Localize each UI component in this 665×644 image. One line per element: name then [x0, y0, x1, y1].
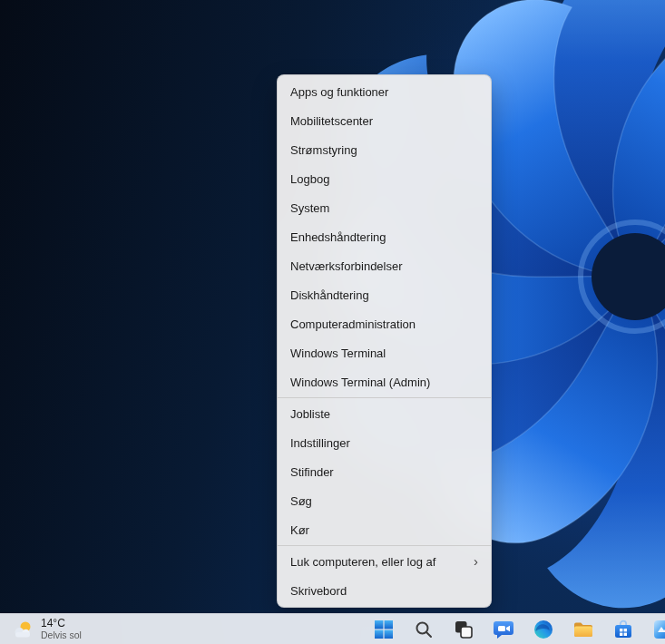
- edge-browser-icon: [533, 619, 554, 640]
- menu-item-label: Indstillinger: [290, 436, 350, 450]
- winx-context-menu: Apps og funktioner Mobilitetscenter Strø…: [277, 74, 492, 608]
- sun-behind-cloud-icon: [11, 619, 34, 640]
- menu-separator: [278, 545, 491, 546]
- menu-item-computeradministration[interactable]: Computeradministration: [278, 309, 491, 338]
- menu-item-label: Diskhåndtering: [290, 288, 369, 302]
- menu-item-label: Stifinder: [290, 465, 334, 479]
- menu-item-skrivebord[interactable]: Skrivebord: [278, 576, 491, 605]
- menu-item-label: Apps og funktioner: [290, 85, 388, 99]
- microsoft-store-icon: [612, 619, 634, 640]
- weather-widget[interactable]: 14°C Delvis sol: [4, 614, 89, 644]
- menu-item-label: System: [290, 201, 329, 215]
- menu-item-label: Jobliste: [290, 407, 330, 421]
- menu-item-label: Strømstyring: [290, 143, 357, 157]
- menu-item-jobliste[interactable]: Jobliste: [278, 399, 491, 428]
- menu-item-apps-og-funktioner[interactable]: Apps og funktioner: [278, 77, 491, 106]
- menu-item-windows-terminal-admin[interactable]: Windows Terminal (Admin): [278, 367, 491, 396]
- menu-item-enhedshaandtering[interactable]: Enhedshåndtering: [278, 222, 491, 251]
- start-button[interactable]: [364, 614, 404, 644]
- menu-item-soeg[interactable]: Søg: [278, 486, 491, 515]
- weather-text: 14°C Delvis sol: [41, 617, 82, 641]
- menu-item-label: Søg: [290, 494, 312, 508]
- menu-item-label: Mobilitetscenter: [290, 114, 373, 128]
- menu-item-mobilitetscenter[interactable]: Mobilitetscenter: [278, 106, 491, 135]
- menu-item-stroemstyring[interactable]: Strømstyring: [278, 135, 491, 164]
- menu-item-label: Enhedshåndtering: [290, 230, 386, 244]
- menu-item-label: Luk computeren, eller log af: [290, 555, 435, 569]
- menu-separator: [278, 397, 491, 398]
- edge-button[interactable]: [523, 614, 563, 644]
- file-explorer-folder-icon: [572, 619, 594, 640]
- menu-item-label: Windows Terminal: [290, 346, 386, 360]
- search-icon: [414, 620, 434, 639]
- menu-item-logbog[interactable]: Logbog: [278, 164, 491, 193]
- menu-item-label: Kør: [290, 523, 309, 537]
- menu-item-windows-terminal[interactable]: Windows Terminal: [278, 338, 491, 367]
- menu-item-system[interactable]: System: [278, 193, 491, 222]
- menu-item-diskhaandtering[interactable]: Diskhåndtering: [278, 280, 491, 309]
- taskbar-icon-row: [364, 614, 665, 644]
- chat-button[interactable]: [484, 614, 523, 644]
- windows-start-icon: [373, 619, 395, 640]
- search-button[interactable]: [404, 614, 444, 644]
- submenu-chevron-icon: ›: [474, 554, 478, 568]
- app-button-partially-visible[interactable]: [643, 614, 665, 644]
- menu-item-netvaerksforbindelser[interactable]: Netværksforbindelser: [278, 251, 491, 280]
- taskbar: 14°C Delvis sol: [0, 613, 665, 644]
- desktop[interactable]: Apps og funktioner Mobilitetscenter Strø…: [0, 0, 665, 644]
- menu-item-label: Logbog: [290, 172, 329, 186]
- menu-item-luk-computeren-eller-log-af[interactable]: Luk computeren, eller log af ›: [278, 547, 491, 576]
- chat-icon: [493, 619, 514, 640]
- weather-temperature: 14°C: [41, 617, 82, 629]
- task-view-icon: [454, 620, 474, 639]
- microsoft-store-button[interactable]: [603, 614, 643, 644]
- menu-item-label: Skrivebord: [290, 584, 347, 598]
- file-explorer-button[interactable]: [563, 614, 603, 644]
- menu-item-koer[interactable]: Kør: [278, 515, 491, 544]
- task-view-button[interactable]: [444, 614, 484, 644]
- menu-item-indstillinger[interactable]: Indstillinger: [278, 428, 491, 457]
- menu-item-label: Netværksforbindelser: [290, 259, 403, 273]
- menu-item-label: Windows Terminal (Admin): [290, 376, 430, 389]
- app-icon: [652, 619, 665, 640]
- menu-item-stifinder[interactable]: Stifinder: [278, 457, 491, 486]
- weather-condition: Delvis sol: [41, 629, 82, 640]
- menu-item-label: Computeradministration: [290, 317, 416, 331]
